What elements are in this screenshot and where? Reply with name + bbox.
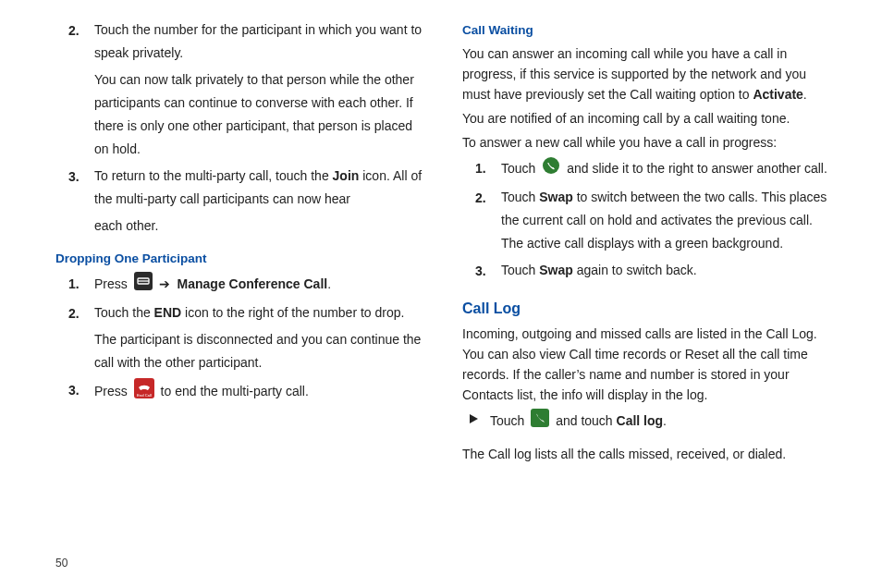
list-item: 2. Touch the END icon to the right of th…: [55, 301, 425, 378]
list-item: 3. Touch Swap again to switch back.: [462, 259, 832, 286]
arrow-icon: ➔: [159, 276, 170, 291]
text: Press: [94, 276, 131, 291]
list-item: 3. To return to the multi-party call, to…: [55, 165, 425, 241]
paragraph: Touch and slide it to the right to answe…: [501, 156, 832, 182]
paragraph: The Call log lists all the calls missed,…: [462, 444, 832, 464]
subheading-dropping: Dropping One Participant: [55, 247, 425, 270]
text: .: [663, 413, 667, 428]
swap-label: Swap: [539, 263, 573, 277]
paragraph: You can now talk privately to that perso…: [94, 68, 425, 161]
paragraph: To answer a new call while you have a ca…: [462, 132, 832, 153]
steps-drop-participant: 1. Press ➔ Manage Conference Call. 2. To…: [55, 272, 425, 410]
list-item: 1. Press ➔ Manage Conference Call.: [55, 272, 425, 301]
paragraph: You can answer an incoming call while yo…: [462, 43, 832, 104]
paragraph: Touch Swap to switch between the two cal…: [501, 186, 832, 255]
item-body: Touch and slide it to the right to answe…: [501, 156, 832, 186]
paragraph: Touch the number for the participant in …: [94, 18, 425, 65]
end-label: END: [154, 305, 182, 320]
menu-icon: [134, 272, 153, 298]
item-number: 2.: [462, 186, 501, 259]
paragraph: Press ➔ Manage Conference Call.: [94, 272, 425, 298]
item-number: 3.: [55, 378, 94, 410]
text: .: [327, 276, 331, 291]
paragraph: Touch the END icon to the right of the n…: [94, 301, 425, 325]
manual-page: 2. Touch the number for the participant …: [0, 0, 882, 588]
text: and slide it to the right to answer anot…: [563, 161, 827, 176]
item-body: Touch Swap again to switch back.: [501, 259, 832, 286]
phone-icon: [531, 409, 549, 435]
item-body: Press ➔ Manage Conference Call.: [94, 272, 425, 301]
text: Touch the: [94, 305, 154, 320]
text: Touch: [501, 190, 539, 204]
list-item: 3. Press to end the multi-party call.: [55, 378, 425, 410]
triangle-bullet-icon: [462, 409, 490, 432]
list-item: 1. Touch and slide it to the right to an…: [462, 156, 832, 186]
steps-private-call: 2. Touch the number for the participant …: [55, 18, 425, 241]
end-call-icon: [134, 378, 154, 406]
text: To return to the multi-party call, touch…: [94, 168, 333, 183]
page-number: 50: [55, 557, 67, 570]
paragraph: To return to the multi-party call, touch…: [94, 165, 425, 211]
paragraph: each other.: [94, 214, 425, 238]
join-label: Join: [333, 168, 360, 183]
text: again to switch back.: [573, 263, 697, 277]
text: Touch: [501, 263, 539, 277]
steps-call-waiting: 1. Touch and slide it to the right to an…: [462, 156, 832, 286]
paragraph: You are notified of an incoming call by …: [462, 108, 832, 129]
item-body: Touch Swap to switch between the two cal…: [501, 186, 832, 259]
bullet-item: Touch and touch Call log.: [462, 409, 832, 438]
text: Touch: [501, 161, 539, 176]
item-number: 1.: [462, 156, 501, 186]
text: .: [803, 87, 807, 102]
item-body: To return to the multi-party call, touch…: [94, 165, 425, 241]
text: icon to the right of the number to drop.: [181, 305, 404, 320]
item-number: 2.: [55, 301, 94, 378]
item-body: Touch the number for the participant in …: [94, 18, 425, 165]
item-number: 3.: [55, 165, 94, 241]
item-number: 3.: [462, 259, 501, 286]
item-number: 1.: [55, 272, 94, 301]
left-column: 2. Touch the number for the participant …: [55, 18, 425, 468]
text: Touch: [490, 413, 528, 428]
list-item: 2. Touch Swap to switch between the two …: [462, 186, 832, 259]
paragraph: The participant is disconnected and you …: [94, 328, 425, 374]
text: and touch: [552, 413, 616, 428]
right-column: Call Waiting You can answer an incoming …: [462, 18, 832, 468]
manage-conf-label: Manage Conference Call: [174, 276, 328, 291]
paragraph: Touch and touch Call log.: [490, 409, 667, 435]
section-heading-call-log: Call Log: [462, 297, 832, 320]
list-item: 2. Touch the number for the participant …: [55, 18, 425, 165]
swap-label: Swap: [539, 190, 573, 204]
item-body: Press to end the multi-party call.: [94, 378, 425, 410]
answer-call-icon: [542, 156, 560, 182]
activate-label: Activate: [753, 87, 802, 102]
text: to end the multi-party call.: [157, 384, 309, 398]
paragraph: Incoming, outgoing and missed calls are …: [462, 324, 832, 405]
text: Press: [94, 384, 131, 398]
paragraph: Press to end the multi-party call.: [94, 378, 425, 406]
two-column-layout: 2. Touch the number for the participant …: [55, 18, 834, 468]
call-log-label: Call log: [617, 413, 664, 428]
item-number: 2.: [55, 18, 94, 165]
subheading-call-waiting: Call Waiting: [462, 18, 832, 42]
paragraph: Touch Swap again to switch back.: [501, 259, 832, 282]
item-body: Touch the END icon to the right of the n…: [94, 301, 425, 378]
